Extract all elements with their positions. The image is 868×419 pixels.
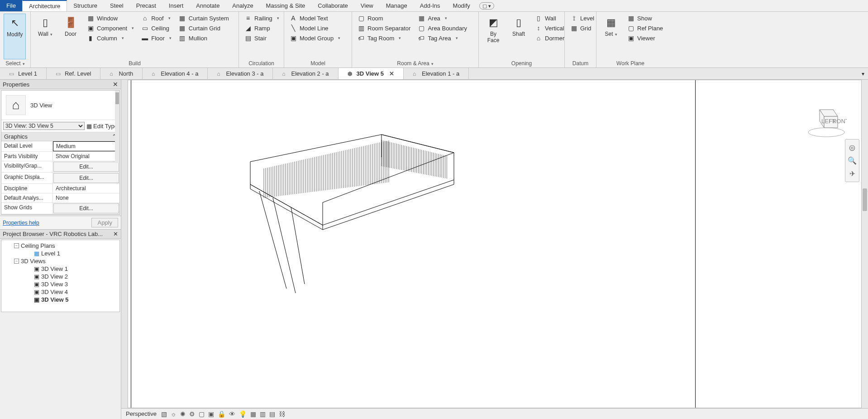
zoom-region-icon[interactable]: 🔍: [848, 156, 857, 165]
ref-plane-button[interactable]: ▢Ref Plane: [625, 24, 665, 33]
area-boundary-button[interactable]: ▢Area Boundary: [416, 24, 469, 33]
select-group-label[interactable]: Select: [4, 59, 27, 67]
vertical-scrollbar[interactable]: [862, 80, 868, 408]
sun-path-icon[interactable]: ✺: [180, 410, 186, 418]
help-toggle-icon[interactable]: ▢ ▾: [479, 2, 494, 10]
property-value[interactable]: Edit...: [53, 173, 119, 183]
menu-insert[interactable]: Insert: [162, 0, 190, 11]
show-button[interactable]: ▦Show: [625, 14, 665, 23]
vertical-button[interactable]: ↕Vertical: [533, 24, 566, 33]
by-face-button[interactable]: ◩By Face: [482, 14, 504, 59]
menu-structure[interactable]: Structure: [67, 0, 104, 11]
menu-architecture[interactable]: Architecture: [22, 0, 67, 11]
tab-elevation4[interactable]: ⌂Elevation 4 - a: [143, 68, 208, 79]
menu-precast[interactable]: Precast: [130, 0, 162, 11]
stair-button[interactable]: ▤Stair: [243, 34, 281, 43]
tree-3dview3[interactable]: ▣3D View 3: [1, 280, 119, 288]
tree-3dview5[interactable]: ▣3D View 5: [1, 296, 119, 303]
tree-3d-views[interactable]: −3D Views: [1, 257, 119, 265]
property-value[interactable]: Edit...: [53, 162, 119, 172]
column-button[interactable]: ▮Column: [85, 34, 136, 43]
window-button[interactable]: ▦Window: [85, 14, 136, 23]
model-line-button[interactable]: ╲Model Line: [288, 24, 342, 33]
set-button[interactable]: ▦Set: [600, 14, 622, 59]
property-value[interactable]: None: [53, 193, 119, 202]
worksharing-display-icon[interactable]: ▦: [250, 410, 256, 418]
drawing-area[interactable]: LEFT FRONT ◎ 🔍 ✈: [128, 80, 862, 408]
menu-file[interactable]: File: [0, 0, 22, 11]
3d-model[interactable]: [246, 107, 463, 302]
rendering-dialog-icon[interactable]: ⚙: [189, 410, 195, 418]
tag-area-button[interactable]: 🏷Tag Area: [416, 34, 469, 43]
modify-tool-button[interactable]: ↖ Modify: [4, 14, 26, 59]
show-crop-icon[interactable]: ▣: [208, 410, 214, 418]
grid-button[interactable]: ▦Grid: [568, 24, 596, 33]
reveal-hidden-icon[interactable]: 💡: [239, 410, 247, 418]
dormer-button[interactable]: ⌂Dormer: [533, 34, 566, 43]
tab-overflow-button[interactable]: ▾: [858, 68, 868, 79]
wall-button[interactable]: ▯Wall: [34, 14, 56, 59]
property-value[interactable]: Architectural: [53, 184, 119, 193]
tab-3dview5[interactable]: ⬢3D View 5✕: [339, 68, 404, 79]
view-scale[interactable]: Perspective: [126, 410, 157, 417]
model-graphics-style-icon[interactable]: ▧: [161, 410, 167, 418]
close-tab-icon[interactable]: ✕: [389, 70, 394, 77]
room-button[interactable]: ▢Room: [356, 14, 412, 23]
property-value[interactable]: Medium: [53, 141, 119, 151]
apply-button[interactable]: Apply: [91, 218, 118, 227]
crop-view-icon[interactable]: ▢: [199, 410, 205, 418]
model-group-button[interactable]: ▣Model Group: [288, 34, 342, 43]
tag-room-button[interactable]: 🏷Tag Room: [356, 34, 412, 43]
area-button[interactable]: ▦Area: [416, 14, 469, 23]
floor-button[interactable]: ▬Floor: [139, 34, 173, 43]
mullion-button[interactable]: ▥Mullion: [177, 34, 231, 43]
drawing-canvas[interactable]: LEFT FRONT ◎ 🔍 ✈: [121, 80, 868, 408]
graphics-category-header[interactable]: Graphics⌃: [1, 132, 119, 141]
highlight-displacement-icon[interactable]: ▤: [269, 410, 275, 418]
lock-view-icon[interactable]: 🔒: [218, 410, 225, 418]
property-row[interactable]: Detail LevelMedium: [1, 141, 119, 152]
tree-3dview4[interactable]: ▣3D View 4: [1, 288, 119, 296]
tab-level1[interactable]: ▭Level 1: [0, 68, 47, 79]
tree-3dview2[interactable]: ▣3D View 2: [1, 273, 119, 280]
property-value[interactable]: Show Original: [53, 152, 119, 161]
analytical-model-icon[interactable]: ▥: [260, 410, 266, 418]
menu-analyze[interactable]: Analyze: [226, 0, 259, 11]
roof-button[interactable]: ⌂Roof: [139, 14, 173, 23]
properties-scrollbar[interactable]: [115, 91, 119, 163]
curtain-grid-button[interactable]: ▦Curtain Grid: [177, 24, 231, 33]
menu-annotate[interactable]: Annotate: [190, 0, 226, 11]
railing-button[interactable]: ≡Railing: [243, 14, 281, 23]
property-row[interactable]: Graphic Displa...Edit...: [1, 173, 119, 184]
temporary-hide-icon[interactable]: 👁: [229, 410, 235, 418]
menu-addins[interactable]: Add-Ins: [414, 0, 447, 11]
shadows-icon[interactable]: ☼: [171, 410, 176, 418]
opening-wall-button[interactable]: ▯Wall: [533, 14, 566, 23]
viewer-button[interactable]: ▣Viewer: [625, 34, 665, 43]
full-nav-wheel-icon[interactable]: ◎: [849, 143, 855, 152]
door-button[interactable]: 🚪Door: [60, 14, 81, 59]
close-properties-icon[interactable]: ✕: [113, 81, 118, 88]
room-separator-button[interactable]: ▥Room Separator: [356, 24, 412, 33]
properties-help-link[interactable]: Properties help: [3, 220, 39, 226]
menu-massing[interactable]: Massing & Site: [260, 0, 312, 11]
tab-north[interactable]: ⌂North: [100, 68, 143, 79]
roomarea-group-label[interactable]: Room & Area: [356, 59, 475, 67]
tree-ceiling-plans[interactable]: −Ceiling Plans: [1, 242, 119, 250]
menu-manage[interactable]: Manage: [380, 0, 414, 11]
property-row[interactable]: Show GridsEdit...: [1, 203, 119, 214]
menu-collaborate[interactable]: Collaborate: [311, 0, 354, 11]
menu-modify[interactable]: Modify: [447, 0, 477, 11]
tree-3dview1[interactable]: ▣3D View 1: [1, 265, 119, 273]
view-instance-select[interactable]: 3D View: 3D View 5: [3, 122, 85, 130]
ramp-button[interactable]: ◢Ramp: [243, 24, 281, 33]
tab-elevation2[interactable]: ⌂Elevation 2 - a: [273, 68, 338, 79]
property-value[interactable]: Edit...: [53, 203, 119, 213]
property-row[interactable]: Default Analys...None: [1, 193, 119, 203]
property-row[interactable]: DisciplineArchitectural: [1, 184, 119, 193]
property-row[interactable]: Parts VisibilityShow Original: [1, 152, 119, 161]
edit-type-button[interactable]: ▦Edit Type: [86, 123, 118, 130]
model-text-button[interactable]: AModel Text: [288, 14, 342, 23]
menu-steel[interactable]: Steel: [104, 0, 130, 11]
collapse-icon[interactable]: −: [14, 243, 19, 248]
